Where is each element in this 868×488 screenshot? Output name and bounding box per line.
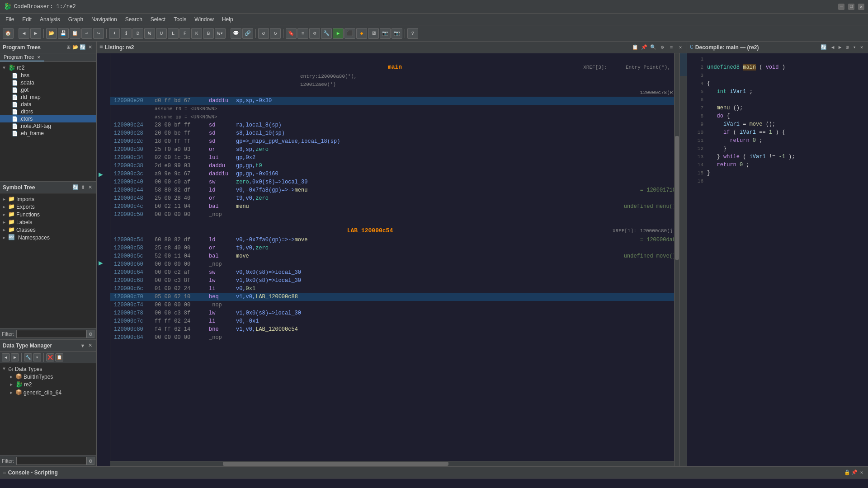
tb-hex[interactable]: W bbox=[144, 28, 155, 39]
console-content[interactable] bbox=[0, 479, 868, 488]
minimize-button[interactable]: ─ bbox=[838, 4, 844, 10]
line-c30[interactable]: 120000c30 25 f0 a0 03 or s8,sp,zero bbox=[110, 145, 679, 154]
tb-f[interactable]: F bbox=[179, 28, 190, 39]
tb-diamond[interactable]: ◆ bbox=[356, 28, 367, 39]
line-c50[interactable]: 120000c50 00 00 00 00 _nop bbox=[110, 211, 679, 219]
line-c34[interactable]: 120000c34 02 00 1c 3c lui gp,0x2 bbox=[110, 154, 679, 162]
sym-labels[interactable]: ▶ 📁 Labels bbox=[0, 218, 96, 226]
tree-root[interactable]: ▼ 🐉 re2 bbox=[0, 64, 96, 72]
line-c48[interactable]: 120000c48 25 00 28 40 or t9,v0,zero bbox=[110, 194, 679, 202]
menu-analysis[interactable]: Analysis bbox=[36, 15, 64, 23]
tree-rld-map[interactable]: 📄 .rld_map bbox=[0, 94, 96, 101]
dtm-builtins[interactable]: ▶ 📦 BuiltInTypes bbox=[0, 373, 96, 380]
tb-info[interactable]: ℹ bbox=[121, 28, 132, 39]
tab-program-tree[interactable]: Program Tree ✕ bbox=[0, 53, 44, 61]
dtm-close[interactable]: ✕ bbox=[86, 342, 94, 349]
tb-comment[interactable]: 💬 bbox=[231, 28, 241, 39]
pt-icon3[interactable]: 🔄 bbox=[79, 44, 86, 51]
dtm-btn6[interactable]: 📋 bbox=[55, 353, 63, 361]
console-pin[interactable]: 📌 bbox=[851, 469, 858, 476]
tb-new[interactable]: 🏠 bbox=[3, 28, 14, 39]
line-c58[interactable]: 120000c58 25 c8 40 00 or t9,v0,zero bbox=[110, 244, 679, 252]
menu-navigation[interactable]: Navigation bbox=[88, 15, 121, 23]
pt-icon2[interactable]: 📂 bbox=[72, 44, 79, 51]
listing-icon1[interactable]: 📋 bbox=[632, 44, 639, 51]
symbol-tree-filter-input[interactable] bbox=[16, 330, 87, 338]
dtm-btn2[interactable]: ▶ bbox=[11, 353, 19, 361]
menu-tools[interactable]: Tools bbox=[170, 15, 190, 23]
st-icon2[interactable]: ⬆ bbox=[79, 184, 86, 191]
listing-icon5[interactable]: ≡ bbox=[668, 44, 675, 51]
tb-snap1[interactable]: 📷 bbox=[380, 28, 391, 39]
listing-scrollbar[interactable] bbox=[674, 53, 679, 466]
tb-back[interactable]: ◀ bbox=[19, 28, 29, 39]
tb-undo2[interactable]: ↺ bbox=[258, 28, 269, 39]
maximize-button[interactable]: □ bbox=[848, 4, 854, 10]
line-c40[interactable]: 120000c40 00 00 c0 af sw zero,0x0(s8)=>l… bbox=[110, 178, 679, 186]
tb-export[interactable]: 💾 bbox=[58, 28, 69, 39]
listing-close[interactable]: ✕ bbox=[677, 44, 684, 51]
tree-dtors[interactable]: 📄 .dtors bbox=[0, 108, 96, 115]
tree-ctors[interactable]: 📄 .ctors bbox=[0, 115, 96, 122]
tree-eh-frame[interactable]: 📄 .eh_frame bbox=[0, 130, 96, 137]
sym-functions[interactable]: ▶ 📁 Functions bbox=[0, 211, 96, 218]
line-c44[interactable]: 120000c44 58 80 82 df ld v0,-0x7fa8(gp)=… bbox=[110, 186, 679, 194]
menu-window[interactable]: Window bbox=[191, 15, 217, 23]
listing-icon4[interactable]: ⚙ bbox=[659, 44, 666, 51]
dtm-btn1[interactable]: ◀ bbox=[2, 353, 10, 361]
listing-icon2[interactable]: 📌 bbox=[641, 44, 648, 51]
tab-close-icon[interactable]: ✕ bbox=[37, 55, 41, 60]
tb-bookmark[interactable]: 🔖 bbox=[286, 28, 297, 39]
line-c3c[interactable]: 120000c3c a9 9e 9c 67 daddiu gp,gp,-0x61… bbox=[110, 170, 679, 178]
decompiler-icon1[interactable]: ◀ bbox=[829, 44, 836, 51]
tb-l[interactable]: L bbox=[168, 28, 179, 39]
line-c80[interactable]: 120000c80 f4 ff 62 14 bne v1,v0,LAB_1200… bbox=[110, 325, 679, 333]
menu-graph[interactable]: Graph bbox=[65, 15, 87, 23]
tb-u[interactable]: U bbox=[156, 28, 167, 39]
line-c7c[interactable]: 120000c7c ff ff 02 24 li v0,-0x1 bbox=[110, 317, 679, 325]
tb-question[interactable]: ? bbox=[407, 28, 418, 39]
tree-data[interactable]: 📄 .data bbox=[0, 101, 96, 108]
line-c64[interactable]: 120000c64 00 00 c2 af sw v0,0x0(s8)=>loc… bbox=[110, 268, 679, 277]
tree-bss[interactable]: 📄 .bss bbox=[0, 72, 96, 79]
st-close[interactable]: ✕ bbox=[86, 184, 94, 191]
line-c54[interactable]: 120000c54 60 80 82 df ld v0,-0x7fa0(gp)=… bbox=[110, 236, 679, 244]
tb-screen[interactable]: 🖥 bbox=[368, 28, 379, 39]
tree-got[interactable]: 📄 .got bbox=[0, 86, 96, 94]
line-c68[interactable]: 120000c68 00 00 c3 8f lw v1,0x0(s8)=>loc… bbox=[110, 277, 679, 285]
tb-save[interactable]: 📋 bbox=[70, 28, 80, 39]
tb-k[interactable]: K bbox=[191, 28, 202, 39]
line-c4c[interactable]: 120000c4c b0 02 11 04 bal menu undefined… bbox=[110, 202, 679, 211]
tb-import[interactable]: 📂 bbox=[46, 28, 57, 39]
menu-help[interactable]: Help bbox=[218, 15, 237, 23]
st-icon1[interactable]: 🔄 bbox=[72, 184, 79, 191]
line-c84[interactable]: 120000c84 00 00 00 00 _nop bbox=[110, 333, 679, 342]
tb-xref[interactable]: 🔗 bbox=[242, 28, 253, 39]
decompiler-icon3[interactable]: ⊞ bbox=[844, 44, 851, 51]
tb-run[interactable]: ▶ bbox=[333, 28, 344, 39]
tb-b[interactable]: B bbox=[203, 28, 214, 39]
menu-select[interactable]: Select bbox=[147, 15, 169, 23]
line-c38[interactable]: 120000c38 2d e0 99 03 daddu gp,gp,t9 bbox=[110, 162, 679, 170]
console-close[interactable]: ✕ bbox=[858, 469, 865, 476]
dtm-btn3[interactable]: 🔧 bbox=[24, 353, 32, 361]
listing-line-e20[interactable]: 120000e20 d0 ff bd 67 daddiu sp,sp,-0x30 bbox=[110, 97, 679, 105]
line-c74[interactable]: 120000c74 00 00 00 00 _nop bbox=[110, 301, 679, 309]
tree-sdata[interactable]: 📄 .sdata bbox=[0, 79, 96, 86]
dtm-filter-button[interactable]: ⚙ bbox=[86, 457, 94, 465]
dtm-filter-input[interactable] bbox=[16, 457, 87, 465]
line-c60[interactable]: 120000c60 00 00 00 00 _nop bbox=[110, 260, 679, 268]
decompiler-icon4[interactable]: ▾ bbox=[851, 44, 858, 51]
line-c24[interactable]: 120000c24 28 00 bf ff sd ra,local_8(sp) bbox=[110, 121, 679, 129]
tb-patch[interactable]: 🔧 bbox=[321, 28, 332, 39]
menu-edit[interactable]: Edit bbox=[19, 15, 35, 23]
tb-forward[interactable]: ▶ bbox=[30, 28, 41, 39]
dtm-arrow[interactable]: ▼ bbox=[79, 342, 86, 349]
menu-file[interactable]: File bbox=[2, 15, 18, 23]
pt-icon1[interactable]: ⊞ bbox=[65, 44, 72, 51]
listing-hscrollbar[interactable] bbox=[110, 461, 674, 466]
console-lock[interactable]: 🔒 bbox=[844, 469, 851, 476]
pt-close[interactable]: ✕ bbox=[86, 44, 94, 51]
decompiler-icon2[interactable]: ▶ bbox=[836, 44, 844, 51]
dtm-re2[interactable]: ▶ 🐉 re2 bbox=[0, 380, 96, 389]
